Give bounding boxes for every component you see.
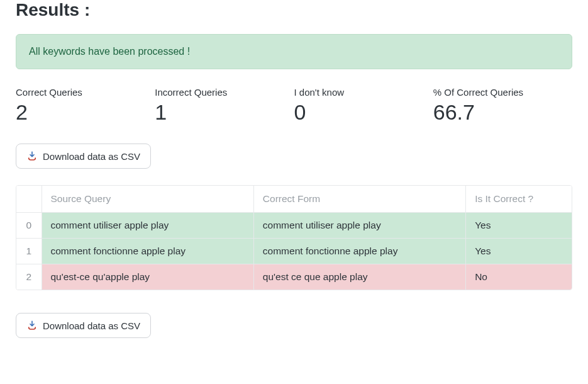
stat-unknown-value: 0	[294, 100, 433, 125]
download-icon	[26, 320, 38, 331]
stat-unknown-label: I don't know	[294, 87, 433, 98]
table-row: 1comment fonctionne apple playcomment fo…	[16, 239, 572, 264]
stat-percent-value: 66.7	[433, 100, 572, 125]
stat-incorrect: Incorrect Queries 1	[155, 87, 294, 125]
stat-incorrect-label: Incorrect Queries	[155, 87, 294, 98]
cell-is-correct: Yes	[466, 213, 572, 239]
row-index: 1	[16, 239, 42, 264]
table-header-source: Source Query	[42, 186, 253, 213]
cell-source-query: qu'est-ce qu'apple play	[42, 264, 253, 290]
table-row: 0comment utiliser apple playcomment util…	[16, 213, 572, 239]
stat-correct-label: Correct Queries	[16, 87, 155, 98]
cell-correct-form: comment utiliser apple play	[253, 213, 465, 239]
table-header-correct-form: Correct Form	[253, 186, 465, 213]
stat-incorrect-value: 1	[155, 100, 294, 125]
download-csv-label: Download data as CSV	[43, 151, 140, 162]
success-alert: All keywords have been processed !	[16, 34, 572, 69]
download-csv-label: Download data as CSV	[43, 320, 140, 331]
results-table: Source Query Correct Form Is It Correct …	[16, 185, 572, 290]
stats-row: Correct Queries 2 Incorrect Queries 1 I …	[16, 87, 572, 125]
stat-percent-label: % Of Correct Queries	[433, 87, 572, 98]
stat-correct-value: 2	[16, 100, 155, 125]
cell-correct-form: qu'est ce que apple play	[253, 264, 465, 290]
row-index: 0	[16, 213, 42, 239]
cell-is-correct: No	[466, 264, 572, 290]
table-row: 2qu'est-ce qu'apple playqu'est ce que ap…	[16, 264, 572, 290]
stat-unknown: I don't know 0	[294, 87, 433, 125]
cell-source-query: comment utiliser apple play	[42, 213, 253, 239]
table-header-is-correct: Is It Correct ?	[466, 186, 572, 213]
download-csv-button[interactable]: Download data as CSV	[16, 313, 151, 338]
cell-correct-form: comment fonctionne apple play	[253, 239, 465, 264]
cell-is-correct: Yes	[466, 239, 572, 264]
stat-correct: Correct Queries 2	[16, 87, 155, 125]
row-index: 2	[16, 264, 42, 290]
cell-source-query: comment fonctionne apple play	[42, 239, 253, 264]
page-title: Results :	[16, 0, 572, 20]
download-csv-button[interactable]: Download data as CSV	[16, 144, 151, 169]
table-header-index	[16, 186, 42, 213]
download-icon	[26, 150, 38, 162]
stat-percent: % Of Correct Queries 66.7	[433, 87, 572, 125]
